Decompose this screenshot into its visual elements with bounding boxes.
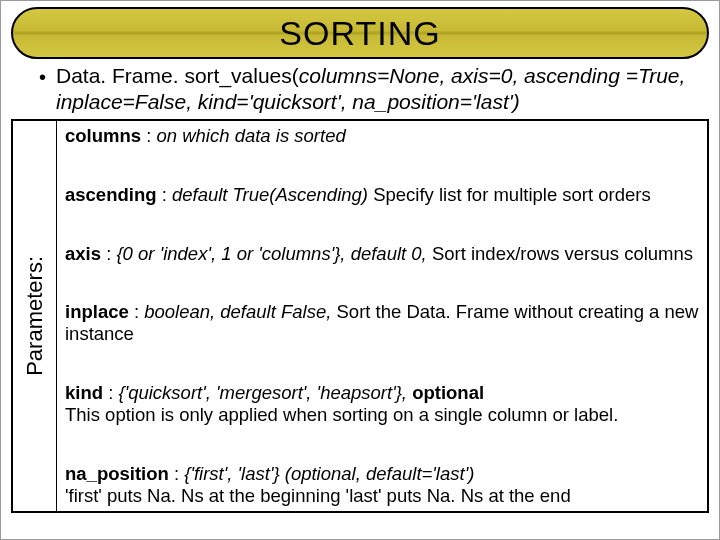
bullet-icon: •: [39, 63, 46, 91]
param-axis: axis : {0 or 'index', 1 or 'columns'}, d…: [65, 243, 699, 265]
param-columns: columns : on which data is sorted: [65, 125, 699, 147]
signature-prefix: Data. Frame. sort_values(: [56, 64, 299, 87]
param-ital: on which data is sorted: [157, 125, 346, 146]
param-name: ascending: [65, 184, 157, 205]
parameters-label-text: Parameters:: [22, 256, 48, 376]
parameters-list: columns : on which data is sorted ascend…: [57, 121, 707, 511]
param-sep: :: [103, 382, 118, 403]
param-name: columns: [65, 125, 141, 146]
param-desc: Sort index/rows versus columns: [432, 243, 693, 264]
page-title: SORTING: [279, 14, 440, 53]
param-ascending: ascending : default True(Ascending) Spec…: [65, 184, 699, 206]
param-ital: boolean, default False,: [144, 301, 336, 322]
method-signature: • Data. Frame. sort_values(columns=None,…: [39, 63, 705, 115]
param-name: na_position: [65, 463, 169, 484]
param-ital: {'quicksort', 'mergesort', 'heapsort'},: [118, 382, 412, 403]
title-bar: SORTING: [11, 7, 709, 59]
param-ital: {0 or 'index', 1 or 'columns'}, default …: [116, 243, 431, 264]
param-sep: :: [129, 301, 144, 322]
param-kind: kind : {'quicksort', 'mergesort', 'heaps…: [65, 382, 699, 426]
param-desc: This option is only applied when sorting…: [65, 404, 618, 425]
param-sep: :: [169, 463, 184, 484]
param-desc: Specify list for multiple sort orders: [373, 184, 651, 205]
param-bold: optional: [412, 382, 484, 403]
parameters-side-label: Parameters:: [13, 121, 57, 511]
param-ital: {'first', 'last'} (optional, default='la…: [184, 463, 474, 484]
param-sep: :: [157, 184, 172, 205]
param-inplace: inplace : boolean, default False, Sort t…: [65, 301, 699, 345]
param-name: inplace: [65, 301, 129, 322]
param-na-position: na_position : {'first', 'last'} (optiona…: [65, 463, 699, 507]
param-sep: :: [141, 125, 156, 146]
param-desc: 'first' puts Na. Ns at the beginning 'la…: [65, 485, 571, 506]
param-name: kind: [65, 382, 103, 403]
param-name: axis: [65, 243, 101, 264]
parameters-box: Parameters: columns : on which data is s…: [11, 119, 709, 513]
param-ital: default True(Ascending): [172, 184, 373, 205]
param-sep: :: [101, 243, 116, 264]
